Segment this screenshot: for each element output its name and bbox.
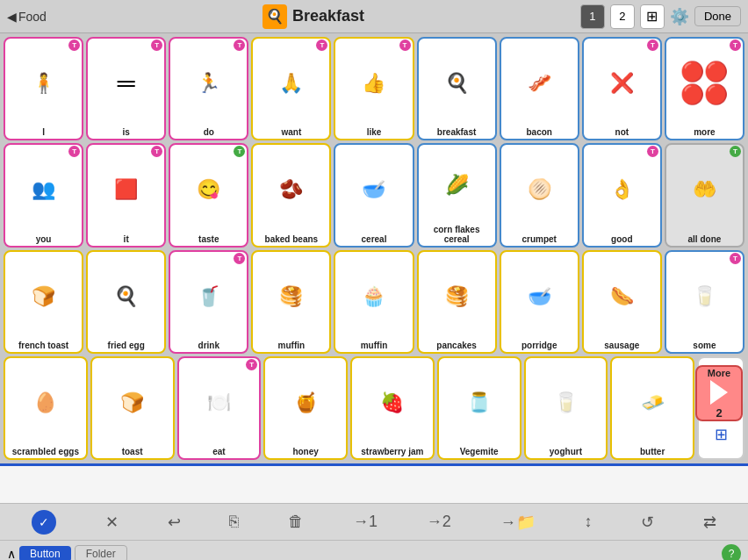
card-cereal-image: 🥣 [362, 147, 385, 233]
card-crumpet[interactable]: 🫓 crumpet [500, 143, 579, 247]
card-baked-beans-image: 🫘 [279, 147, 303, 233]
card-corn-flakes[interactable]: 🌽 corn flakes cereal [417, 143, 497, 247]
card-cereal-label: cereal [362, 234, 387, 244]
confirm-button[interactable]: ✓ [32, 510, 56, 535]
swap-icon: ⇄ [703, 513, 716, 531]
card-vegemite-label: Vegemite [460, 447, 499, 456]
layout-icon[interactable]: ⊞ [640, 4, 665, 29]
page-title: Breakfast [292, 7, 364, 25]
card-eat[interactable]: T 🍽️ eat [177, 356, 262, 460]
card-yoghurt-image: 🥛 [554, 360, 578, 446]
page-1-button[interactable]: 1 [580, 4, 605, 29]
refresh-button[interactable]: ↺ [641, 513, 654, 532]
page-2-button[interactable]: 2 [610, 4, 635, 29]
card-all-done[interactable]: T 🤲 all done [665, 143, 744, 247]
card-cereal[interactable]: 🥣 cereal [334, 143, 414, 247]
t-badge: T [68, 146, 80, 157]
more-arrow-icon [710, 380, 728, 405]
card-want[interactable]: T 🙏 want [251, 37, 331, 140]
copy-button[interactable]: ⎘ [229, 513, 239, 531]
card-bacon[interactable]: 🥓 bacon [500, 37, 579, 140]
cancel-button[interactable]: ✕ [105, 513, 119, 532]
card-i[interactable]: T 🧍 I [4, 37, 83, 140]
t-badge: T [234, 253, 245, 264]
card-eat-image: 🍽️ [207, 360, 231, 446]
grid-row-1: T 🧍 I T ═ is T 🏃 do T 🙏 want T 👍 like 🍳 … [4, 37, 744, 140]
card-like[interactable]: T 👍 like [334, 37, 414, 140]
grid-row-2: T 👥 you T 🟥 it T 😋 taste 🫘 baked beans 🥣… [4, 143, 744, 247]
card-pancakes-label: pancakes [436, 341, 477, 350]
move-to-2-button[interactable]: →2 [427, 513, 451, 531]
card-more[interactable]: T 🔴🔴🔴🔴 more [665, 37, 744, 140]
tab-folder[interactable]: Folder [75, 545, 127, 561]
sentence-area [0, 463, 748, 503]
card-scrambled-eggs-label: scrambled eggs [12, 447, 79, 456]
delete-button[interactable]: 🗑 [288, 513, 304, 531]
card-pancakes[interactable]: 🥞 pancakes [417, 250, 497, 354]
back-chevron-icon: ◀ [7, 10, 17, 24]
card-french-toast[interactable]: 🍞 french toast [4, 250, 83, 354]
swap-button[interactable]: ⇄ [703, 513, 716, 532]
card-it[interactable]: T 🟥 it [86, 143, 166, 247]
settings-icon[interactable]: ⚙️ [670, 7, 689, 26]
sort-button[interactable]: ↕ [584, 513, 592, 531]
trash-icon: 🗑 [288, 513, 304, 530]
card-all-done-image: 🤲 [693, 147, 716, 233]
card-muffin-flat[interactable]: 🥞 muffin [251, 250, 331, 354]
back-button[interactable]: ◀ Food [7, 10, 47, 24]
card-bacon-label: bacon [526, 127, 551, 137]
card-some[interactable]: T 🥛 some [665, 250, 744, 354]
card-honey[interactable]: 🍯 honey [263, 356, 348, 460]
card-good-label: good [611, 234, 632, 244]
card-fried-egg[interactable]: 🍳 fried egg [86, 250, 166, 354]
card-more-label: more [694, 127, 715, 137]
card-toast[interactable]: 🍞 toast [90, 356, 175, 460]
card-sausage[interactable]: 🌭 sausage [582, 250, 662, 354]
done-button[interactable]: Done [694, 6, 741, 26]
card-crumpet-image: 🫓 [528, 147, 551, 233]
card-is[interactable]: T ═ is [86, 37, 166, 140]
move-to-folder-button[interactable]: →📁 [500, 513, 536, 532]
header-right: 1 2 ⊞ ⚙️ Done [580, 4, 741, 29]
card-you[interactable]: T 👥 you [4, 143, 83, 247]
card-muffin-label: muffin [361, 341, 388, 350]
card-taste[interactable]: T 😋 taste [169, 143, 248, 247]
card-do[interactable]: T 🏃 do [169, 37, 248, 140]
card-pancakes-image: 🥞 [445, 254, 469, 340]
undo-button[interactable]: ↩ [168, 513, 181, 532]
card-yoghurt-label: yoghurt [550, 447, 582, 456]
card-yoghurt[interactable]: 🥛 yoghurt [524, 356, 608, 460]
card-you-image: 👥 [32, 147, 55, 233]
card-drink-label: drink [198, 341, 219, 350]
card-like-label: like [367, 127, 382, 137]
card-butter-label: butter [640, 447, 665, 456]
card-muffin[interactable]: 🧁 muffin [334, 250, 414, 354]
card-porridge[interactable]: 🥣 porridge [500, 250, 579, 354]
card-porridge-image: 🥣 [528, 254, 551, 340]
card-strawberry-jam[interactable]: 🍓 strawberry jam [350, 356, 435, 460]
card-toast-label: toast [122, 447, 143, 456]
card-fried-egg-image: 🍳 [114, 254, 138, 340]
card-vegemite[interactable]: 🫙 Vegemite [437, 356, 521, 460]
card-not[interactable]: T ❌ not [582, 37, 662, 140]
card-is-image: ═ [118, 40, 135, 126]
card-breakfast[interactable]: 🍳 breakfast [417, 37, 497, 140]
card-baked-beans[interactable]: 🫘 baked beans [251, 143, 331, 247]
help-button[interactable]: ? [722, 544, 741, 561]
card-butter[interactable]: 🧈 butter [610, 356, 694, 460]
card-muffin-flat-label: muffin [278, 341, 306, 350]
more-label: More [708, 368, 730, 378]
card-scrambled-eggs-image: 🥚 [33, 360, 57, 446]
card-scrambled-eggs[interactable]: 🥚 scrambled eggs [4, 356, 88, 460]
more-page-button[interactable]: More 2 [695, 365, 743, 421]
card-taste-image: 😋 [197, 147, 220, 233]
card-good[interactable]: T 👌 good [582, 143, 662, 247]
card-strawberry-jam-label: strawberry jam [361, 447, 423, 456]
card-drink[interactable]: T 🥤 drink [169, 250, 248, 354]
move-to-1-button[interactable]: →1 [353, 513, 378, 531]
card-want-label: want [281, 127, 301, 137]
tab-button[interactable]: Button [19, 546, 71, 561]
card-want-image: 🙏 [279, 40, 303, 126]
card-like-image: 👍 [362, 40, 385, 126]
chevron-up-icon[interactable]: ∧ [7, 547, 16, 561]
